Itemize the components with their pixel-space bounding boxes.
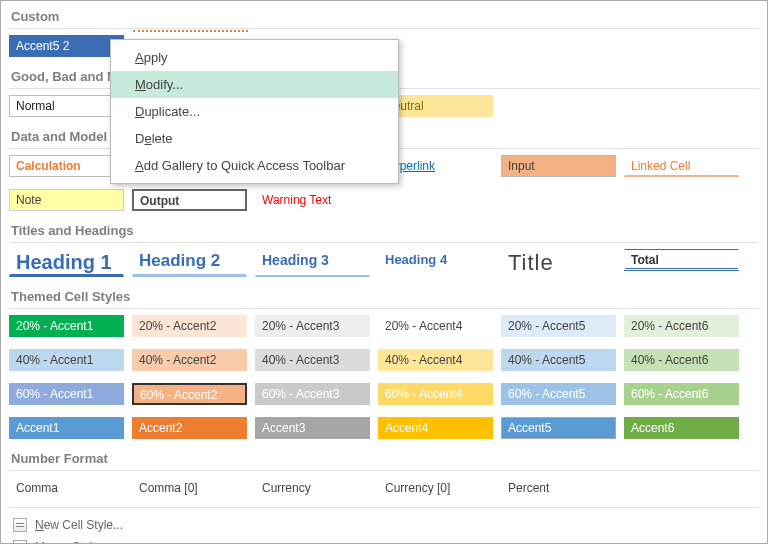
ctx-add-gallery-qat[interactable]: Add Gallery to Quick Access Toolbar — [111, 152, 398, 179]
style-comma[interactable]: Comma — [9, 477, 124, 499]
style-60-accent1[interactable]: 60% - Accent1 — [9, 383, 124, 405]
style-accent5[interactable]: Accent5 — [501, 417, 616, 439]
new-cell-style-button[interactable]: New Cell Style... — [9, 514, 759, 536]
style-percent[interactable]: Percent — [501, 477, 616, 499]
style-60-accent4[interactable]: 60% - Accent4 — [378, 383, 493, 405]
ctx-apply[interactable]: Apply — [111, 44, 398, 71]
style-accent2[interactable]: Accent2 — [132, 417, 247, 439]
insertion-marker — [133, 30, 248, 32]
style-heading-3[interactable]: Heading 3 — [255, 249, 370, 277]
style-40-accent2[interactable]: 40% - Accent2 — [132, 349, 247, 371]
style-40-accent5[interactable]: 40% - Accent5 — [501, 349, 616, 371]
merge-styles-button[interactable]: Merge Styles... — [9, 536, 759, 544]
style-20-accent1[interactable]: 20% - Accent1 — [9, 315, 124, 337]
section-themed: Themed Cell Styles — [9, 285, 759, 309]
ctx-delete[interactable]: Delete — [111, 125, 398, 152]
style-title[interactable]: Title — [501, 249, 616, 277]
style-accent1[interactable]: Accent1 — [9, 417, 124, 439]
style-comma-0[interactable]: Comma [0] — [132, 477, 247, 499]
style-accent3[interactable]: Accent3 — [255, 417, 370, 439]
style-accent6[interactable]: Accent6 — [624, 417, 739, 439]
style-heading-4[interactable]: Heading 4 — [378, 249, 493, 277]
style-accent4[interactable]: Accent4 — [378, 417, 493, 439]
style-60-accent3[interactable]: 60% - Accent3 — [255, 383, 370, 405]
style-total[interactable]: Total — [624, 249, 739, 271]
style-20-accent2[interactable]: 20% - Accent2 — [132, 315, 247, 337]
merge-styles-icon — [13, 540, 27, 544]
style-accent5-2[interactable]: Accent5 2 — [9, 35, 124, 57]
section-number: Number Format — [9, 447, 759, 471]
style-20-accent5[interactable]: 20% - Accent5 — [501, 315, 616, 337]
style-40-accent1[interactable]: 40% - Accent1 — [9, 349, 124, 371]
new-style-icon — [13, 518, 27, 532]
ctx-modify[interactable]: Modify... — [111, 71, 398, 98]
style-20-accent4[interactable]: 20% - Accent4 — [378, 315, 493, 337]
style-output[interactable]: Output — [132, 189, 247, 211]
section-titles: Titles and Headings — [9, 219, 759, 243]
style-linked-cell[interactable]: Linked Cell — [624, 155, 739, 177]
style-note[interactable]: Note — [9, 189, 124, 211]
gallery-commands: New Cell Style... Merge Styles... — [9, 507, 759, 544]
style-currency[interactable]: Currency — [255, 477, 370, 499]
style-normal[interactable]: Normal — [9, 95, 124, 117]
style-20-accent6[interactable]: 20% - Accent6 — [624, 315, 739, 337]
style-calculation[interactable]: Calculation — [9, 155, 124, 177]
style-40-accent3[interactable]: 40% - Accent3 — [255, 349, 370, 371]
context-menu: Apply Modify... Duplicate... Delete Add … — [110, 39, 399, 184]
style-60-accent6[interactable]: 60% - Accent6 — [624, 383, 739, 405]
style-currency-0[interactable]: Currency [0] — [378, 477, 493, 499]
ctx-duplicate[interactable]: Duplicate... — [111, 98, 398, 125]
style-warning-text[interactable]: Warning Text — [255, 189, 370, 211]
style-60-accent2[interactable]: 60% - Accent2 — [132, 383, 247, 405]
style-heading-1[interactable]: Heading 1 — [9, 249, 124, 277]
style-40-accent6[interactable]: 40% - Accent6 — [624, 349, 739, 371]
style-input[interactable]: Input — [501, 155, 616, 177]
new-cell-style-label: New Cell Style... — [35, 518, 123, 532]
style-20-accent3[interactable]: 20% - Accent3 — [255, 315, 370, 337]
style-40-accent4[interactable]: 40% - Accent4 — [378, 349, 493, 371]
section-custom: Custom — [9, 5, 759, 29]
style-60-accent5[interactable]: 60% - Accent5 — [501, 383, 616, 405]
merge-styles-label: Merge Styles... — [35, 540, 115, 544]
style-heading-2[interactable]: Heading 2 — [132, 249, 247, 277]
